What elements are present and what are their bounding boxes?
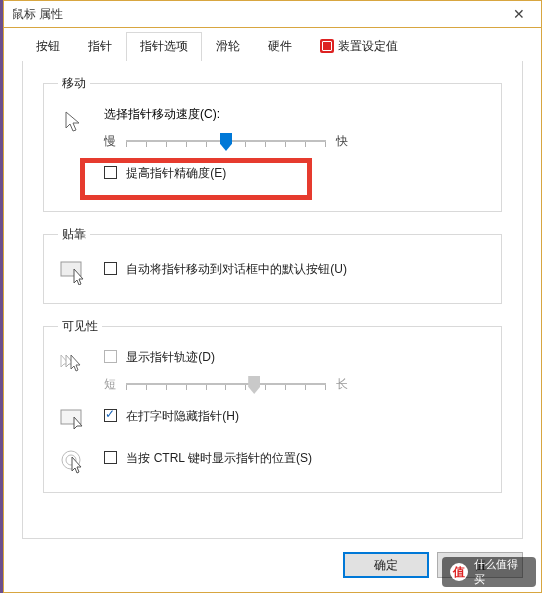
smzdm-watermark: 值 什么值得买 bbox=[442, 557, 536, 587]
checkbox-icon bbox=[104, 262, 117, 275]
tab-label: 指针 bbox=[88, 39, 112, 53]
snap-to-icon bbox=[58, 257, 90, 289]
close-button[interactable]: ✕ bbox=[497, 1, 541, 28]
short-label: 短 bbox=[104, 376, 116, 393]
smzdm-text: 什么值得买 bbox=[474, 557, 528, 587]
tab-label: 硬件 bbox=[268, 39, 292, 53]
group-motion: 移动 选择指针移动速度(C): 慢 快 bbox=[43, 75, 502, 212]
tab-device-settings[interactable]: 装置设定值 bbox=[306, 32, 412, 62]
tab-wheel[interactable]: 滑轮 bbox=[202, 32, 254, 62]
synaptics-icon bbox=[320, 39, 334, 53]
checkbox-icon bbox=[104, 451, 117, 464]
tab-label: 装置设定值 bbox=[338, 39, 398, 53]
tab-label: 按钮 bbox=[36, 39, 60, 53]
titlebar: 鼠标 属性 ✕ bbox=[4, 1, 541, 28]
fast-label: 快 bbox=[336, 133, 348, 150]
ctrl-locate-label: 当按 CTRL 键时显示指针的位置(S) bbox=[126, 451, 312, 465]
pointer-speed-label: 选择指针移动速度(C): bbox=[104, 106, 487, 123]
trails-length-slider bbox=[126, 374, 326, 394]
tab-bar: 按钮 指针 指针选项 滑轮 硬件 装置设定值 bbox=[4, 28, 541, 61]
window-title: 鼠标 属性 bbox=[12, 6, 497, 23]
hide-typing-icon bbox=[58, 404, 90, 436]
hide-while-typing-checkbox[interactable]: 在打字时隐藏指针(H) bbox=[104, 409, 239, 423]
smzdm-logo-icon: 值 bbox=[450, 563, 468, 581]
ctrl-locate-icon bbox=[58, 446, 90, 478]
group-snap-legend: 贴靠 bbox=[58, 226, 90, 243]
pointer-speed-icon bbox=[58, 106, 90, 138]
tab-panel: 移动 选择指针移动速度(C): 慢 快 bbox=[22, 61, 523, 539]
pointer-trails-label: 显示指针轨迹(D) bbox=[126, 350, 215, 364]
tab-pointers[interactable]: 指针 bbox=[74, 32, 126, 62]
pointer-speed-slider[interactable] bbox=[126, 131, 326, 151]
tab-pointer-options[interactable]: 指针选项 bbox=[126, 32, 202, 62]
tab-label: 滑轮 bbox=[216, 39, 240, 53]
tab-hardware[interactable]: 硬件 bbox=[254, 32, 306, 62]
group-visibility-legend: 可见性 bbox=[58, 318, 102, 335]
tab-buttons[interactable]: 按钮 bbox=[22, 32, 74, 62]
long-label: 长 bbox=[336, 376, 348, 393]
checkbox-icon bbox=[104, 350, 117, 363]
snap-to-default-checkbox[interactable]: 自动将指针移动到对话框中的默认按钮(U) bbox=[104, 262, 347, 276]
group-snap: 贴靠 自动将指针移动到对话框中的默认按钮(U) bbox=[43, 226, 502, 304]
pointer-trails-checkbox[interactable]: 显示指针轨迹(D) bbox=[104, 350, 215, 364]
tab-label: 指针选项 bbox=[140, 39, 188, 53]
annotation-highlight bbox=[80, 158, 312, 200]
ctrl-locate-checkbox[interactable]: 当按 CTRL 键时显示指针的位置(S) bbox=[104, 451, 312, 465]
group-visibility: 可见性 显示指针轨迹(D) 短 bbox=[43, 318, 502, 493]
slow-label: 慢 bbox=[104, 133, 116, 150]
ok-button[interactable]: 确定 bbox=[343, 552, 429, 578]
snap-to-default-label: 自动将指针移动到对话框中的默认按钮(U) bbox=[126, 262, 347, 276]
pointer-trails-icon bbox=[58, 349, 90, 381]
group-motion-legend: 移动 bbox=[58, 75, 90, 92]
hide-while-typing-label: 在打字时隐藏指针(H) bbox=[126, 409, 239, 423]
mouse-properties-window: 鼠标 属性 ✕ 按钮 指针 指针选项 滑轮 硬件 装置设定值 移动 选择指针移动… bbox=[3, 0, 542, 593]
ok-label: 确定 bbox=[374, 557, 398, 574]
checkbox-icon bbox=[104, 409, 117, 422]
